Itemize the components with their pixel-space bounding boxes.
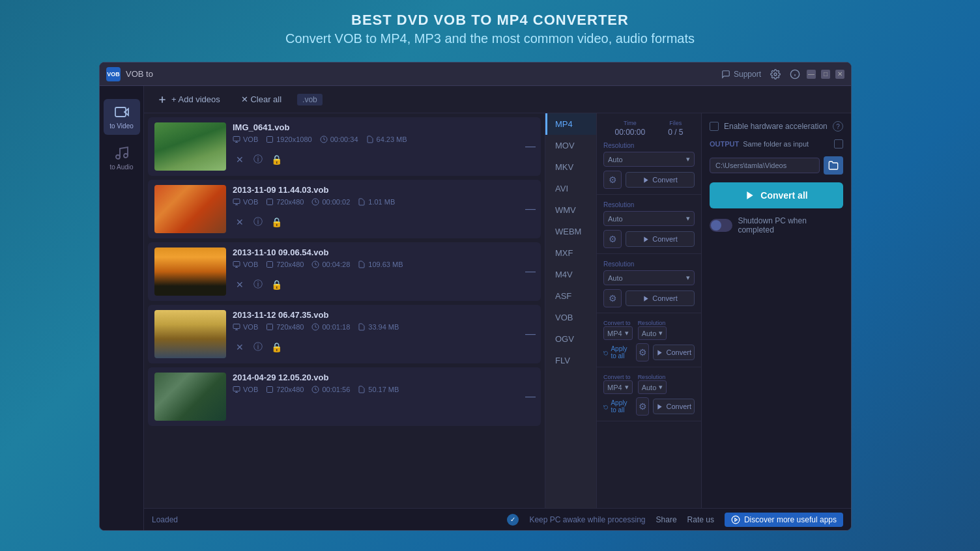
- discover-icon: [731, 515, 740, 524]
- convert-button-3[interactable]: Convert: [626, 290, 695, 306]
- svg-rect-20: [233, 262, 240, 266]
- settings-icon[interactable]: [770, 69, 781, 79]
- close-button[interactable]: ✕: [835, 70, 844, 79]
- settings-btn-4[interactable]: ⚙: [636, 343, 649, 361]
- convert-button-1[interactable]: Convert: [626, 172, 695, 188]
- file-close-btn[interactable]: ✕: [233, 277, 247, 292]
- collapse-button[interactable]: —: [525, 141, 536, 152]
- apply-all-btn-4[interactable]: Apply to all: [603, 345, 632, 360]
- resolution-select-3[interactable]: Auto▾: [603, 270, 695, 285]
- convert-button-2[interactable]: Convert: [626, 231, 695, 247]
- share-button[interactable]: Share: [656, 515, 677, 524]
- browse-folder-button[interactable]: [824, 156, 843, 175]
- settings-btn-5[interactable]: ⚙: [636, 397, 649, 416]
- file-info-btn[interactable]: ⓘ: [251, 215, 265, 229]
- svg-marker-42: [735, 518, 738, 521]
- file-close-btn[interactable]: ✕: [233, 215, 247, 229]
- hw-accel-checkbox[interactable]: [710, 122, 719, 131]
- collapse-button[interactable]: —: [525, 203, 536, 215]
- file-lock-btn[interactable]: 🔒: [269, 340, 283, 354]
- add-videos-button[interactable]: + Add videos: [152, 92, 225, 107]
- format-flv[interactable]: FLV: [545, 350, 596, 371]
- file-item: IMG_0641.vob VOB 1920x1080: [148, 117, 541, 176]
- svg-marker-36: [644, 236, 648, 242]
- files-value: 0 / 5: [668, 128, 683, 137]
- svg-rect-30: [233, 387, 240, 391]
- settings-btn-3[interactable]: ⚙: [603, 289, 622, 307]
- format-ogv[interactable]: OGV: [545, 328, 596, 350]
- format-mp4[interactable]: MP4: [545, 113, 596, 135]
- svg-rect-10: [233, 137, 240, 141]
- collapse-button[interactable]: —: [525, 328, 536, 340]
- format-webm[interactable]: WEBM: [545, 221, 596, 242]
- app-title: VOB to: [126, 69, 721, 79]
- sidebar-item-audio[interactable]: to Audio: [104, 140, 140, 176]
- svg-marker-37: [644, 296, 648, 301]
- support-button[interactable]: Support: [721, 70, 761, 79]
- resolution-label-5: Resolution: [638, 374, 667, 380]
- format-m4v[interactable]: M4V: [545, 264, 596, 285]
- collapse-button[interactable]: —: [525, 266, 536, 277]
- file-info-btn[interactable]: ⓘ: [251, 340, 265, 354]
- format-asf[interactable]: ASF: [545, 285, 596, 307]
- svg-rect-23: [267, 262, 273, 268]
- shutdown-toggle[interactable]: [710, 219, 732, 232]
- file-close-btn[interactable]: ✕: [233, 340, 247, 354]
- discover-label: Discover more useful apps: [744, 515, 837, 524]
- clear-all-button[interactable]: ✕ Clear all: [236, 92, 287, 107]
- convert-to-select-4[interactable]: MP4 ▾: [603, 326, 633, 340]
- format-mov[interactable]: MOV: [545, 135, 596, 156]
- sidebar-item-video[interactable]: to Video: [104, 99, 140, 135]
- resolution-select-1[interactable]: Auto▾: [603, 152, 695, 167]
- convert-all-button[interactable]: Convert all: [710, 182, 843, 208]
- file-close-btn[interactable]: ✕: [233, 152, 247, 167]
- svg-rect-18: [267, 199, 273, 205]
- format-mkv[interactable]: MKV: [545, 156, 596, 178]
- convert-to-select-5[interactable]: MP4 ▾: [603, 380, 633, 394]
- shutdown-label: Shutdown PC when completed: [738, 216, 843, 234]
- resolution-select-5[interactable]: Auto ▾: [638, 380, 667, 394]
- hw-accel-help[interactable]: ?: [833, 121, 843, 132]
- audio-icon: [114, 145, 130, 161]
- file-lock-btn[interactable]: 🔒: [269, 277, 283, 292]
- toolbar: + Add videos ✕ Clear all .vob: [144, 86, 851, 113]
- file-name: 2014-04-29 12.05.20.vob: [233, 373, 528, 382]
- file-info-btn[interactable]: ⓘ: [251, 277, 265, 292]
- format-wmv[interactable]: WMV: [545, 199, 596, 221]
- format-badge: .vob: [297, 94, 323, 106]
- resolution-select-4[interactable]: Auto ▾: [638, 326, 667, 340]
- file-size: 64.23 MB: [366, 135, 407, 143]
- sidebar-video-label: to Video: [109, 122, 134, 130]
- convert-button-5[interactable]: Convert: [653, 399, 695, 414]
- output-label: OUTPUT: [710, 140, 739, 148]
- minimize-button[interactable]: —: [807, 70, 816, 79]
- check-icon: ✓: [507, 514, 519, 526]
- file-thumbnail: [154, 247, 226, 296]
- svg-marker-5: [124, 109, 128, 115]
- convert-button-4[interactable]: Convert: [653, 345, 695, 360]
- file-lock-btn[interactable]: 🔒: [269, 215, 283, 229]
- discover-button[interactable]: Discover more useful apps: [725, 513, 843, 527]
- resolution-select-2[interactable]: Auto▾: [603, 211, 695, 226]
- file-item: 2014-04-29 12.05.20.vob VOB 720x480: [148, 367, 541, 426]
- apply-all-btn-5[interactable]: Apply to all: [603, 399, 632, 414]
- format-vob[interactable]: VOB: [545, 307, 596, 328]
- svg-marker-40: [747, 191, 753, 199]
- maximize-button[interactable]: □: [821, 70, 830, 79]
- convert-all-label: Convert all: [760, 190, 807, 201]
- file-info-btn[interactable]: ⓘ: [251, 152, 265, 167]
- format-mxf[interactable]: MXF: [545, 242, 596, 264]
- format-avi[interactable]: AVI: [545, 178, 596, 199]
- file-lock-btn[interactable]: 🔒: [269, 152, 283, 167]
- rate-us-button[interactable]: Rate us: [687, 515, 714, 524]
- clear-all-label: ✕ Clear all: [241, 94, 281, 104]
- info-icon[interactable]: [790, 69, 800, 79]
- settings-btn-2[interactable]: ⚙: [603, 230, 622, 248]
- collapse-button[interactable]: —: [525, 391, 536, 403]
- keep-awake-text: Keep PC awake while processing: [529, 515, 645, 524]
- settings-btn-1[interactable]: ⚙: [603, 171, 622, 189]
- sidebar-audio-label: to Audio: [109, 163, 133, 171]
- app-window: VOB VOB to Support: [99, 62, 852, 531]
- svg-rect-28: [267, 324, 273, 330]
- same-folder-checkbox[interactable]: [834, 139, 843, 148]
